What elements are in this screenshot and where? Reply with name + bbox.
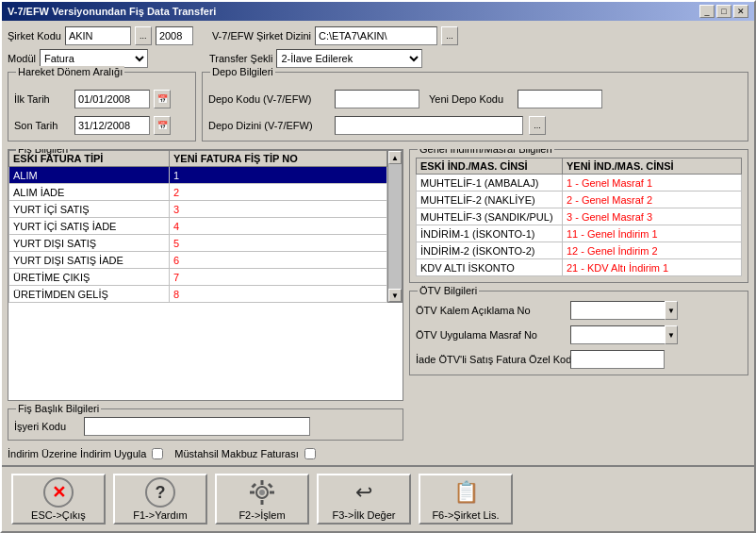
fis-table-row[interactable]: ALIM1 [9, 167, 387, 184]
sirket-kodu-field: Şirket Kodu ... [8, 26, 193, 45]
fis-table-row[interactable]: ÜRETİMDEN GELİŞ8 [9, 286, 387, 303]
svg-rect-2 [261, 480, 264, 485]
window-title: V-7/EFW Versiyonundan Fiş Data Transferi [8, 6, 216, 17]
depo-kodu-label: Depo Kodu (V-7/EFW) [208, 93, 331, 105]
genel-yeni-cell: 2 - Genel Masraf 2 [563, 192, 742, 208]
otv-kalem-row: ÖTV Kalem Açıklama No ▼ [416, 301, 742, 320]
depo-kodu-input[interactable] [335, 90, 419, 108]
otv-kalem-input[interactable] [570, 301, 665, 320]
depo-group-title: Depo Bilgileri [210, 66, 275, 77]
sirket-browse-button[interactable]: ... [135, 26, 152, 45]
yeni-depo-kodu-input[interactable] [518, 90, 602, 108]
otv-uygulama-input[interactable] [570, 325, 665, 344]
transfer-sekli-field: Transfer Şekli 2-İlave Edilerek [209, 49, 422, 68]
fis-no-cell: 2 [170, 184, 387, 201]
otv-iade-input[interactable] [570, 350, 665, 369]
sirket-kodu-input[interactable] [65, 26, 131, 45]
vscroll-track[interactable] [388, 164, 402, 289]
v7-browse-button[interactable]: ... [441, 26, 458, 45]
close-button[interactable]: ✕ [733, 5, 748, 18]
fis-bilgileri-group: Fiş Bilgileri ESKİ FATURA TİPİ YENİ FATU… [8, 149, 403, 401]
top-row: Şirket Kodu ... V-7/EFW Şirket Dizini ..… [8, 26, 748, 45]
fis-table-row[interactable]: YURT İÇİ SATIŞ İADE4 [9, 218, 387, 235]
depo-dizini-input[interactable] [335, 116, 523, 135]
otv-iade-label: İade ÖTV'li Satış Fatura Özel Kodu [416, 354, 567, 365]
fis-tip-cell: YURT DIŞI SATIŞ [9, 235, 170, 252]
genel-indirim-row[interactable]: İNDİRİM-2 (İSKONTO-2)12 - Genel İndirim … [417, 242, 742, 259]
makbuz-label: Müstahsil Makbuz Faturası [174, 448, 298, 459]
genel-indirim-title: Genel İndirim/Masraf Bilgileri [418, 149, 554, 155]
transfer-sekli-select[interactable]: 2-İlave Edilerek [276, 49, 422, 68]
window-content: Şirket Kodu ... V-7/EFW Şirket Dizini ..… [2, 21, 754, 465]
depo-group: Depo Bilgileri Depo Kodu (V-7/EFW) Yeni … [202, 72, 748, 142]
isyeri-kodu-label: İşyeri Kodu [14, 421, 80, 432]
f2-icon [247, 477, 277, 508]
genel-indirim-row[interactable]: İNDİRİM-1 (İSKONTO-1)11 - Genel İndirim … [417, 225, 742, 242]
esc-button[interactable]: ✕ ESC->Çıkış [11, 474, 106, 525]
genel-indirim-row[interactable]: MUHTELİF-2 (NAKLİYE)2 - Genel Masraf 2 [417, 192, 742, 208]
yeni-depo-kodu-label: Yeni Depo Kodu [429, 93, 514, 105]
fis-tip-cell: ALIM [9, 167, 170, 184]
ilk-tarih-cal-button[interactable]: 📅 [154, 90, 171, 108]
depo-kodu-row: Depo Kodu (V-7/EFW) Yeni Depo Kodu [208, 90, 742, 108]
genel-indirim-row[interactable]: MUHTELİF-1 (AMBALAJ)1 - Genel Masraf 1 [417, 175, 742, 192]
minimize-button[interactable]: _ [699, 5, 715, 18]
v7-sirket-input[interactable] [315, 26, 437, 45]
f6-button[interactable]: 📋 F6->Şirket Lis. [419, 474, 513, 525]
transfer-sekli-label: Transfer Şekli [209, 53, 272, 64]
f1-label: F1->Yardım [133, 509, 188, 521]
f3-button[interactable]: ↩ F3->İlk Değer [317, 474, 411, 525]
fis-vscroll[interactable]: ▲ ▼ [387, 150, 403, 303]
fis-no-cell: 8 [170, 286, 387, 303]
f1-button[interactable]: ? F1->Yardım [113, 474, 207, 525]
fis-no-cell: 6 [170, 252, 387, 269]
sirket-kodu-label: Şirket Kodu [8, 30, 61, 42]
maximize-button[interactable]: □ [716, 5, 731, 18]
otv-uygulama-dropdown-button[interactable]: ▼ [665, 325, 678, 344]
gear-icon [248, 478, 276, 507]
calendar2-icon: 📅 [157, 121, 168, 130]
list-icon: 📋 [453, 480, 479, 505]
f3-label: F3->İlk Değer [333, 509, 396, 521]
son-tarih-label: Son Tarih [14, 120, 71, 131]
son-tarih-input[interactable] [74, 116, 150, 135]
right-panel: Genel İndirim/Masraf Bilgileri ESKİ İND.… [409, 149, 748, 459]
otv-kalem-dropdown-button[interactable]: ▼ [665, 301, 678, 320]
makbuz-checkbox[interactable] [304, 448, 316, 459]
modul-select[interactable]: Fatura [40, 49, 148, 68]
ilk-tarih-label: İlk Tarih [14, 93, 71, 105]
fis-table-row[interactable]: ÜRETİME ÇIKIŞ7 [9, 269, 387, 286]
genel-indirim-group: Genel İndirim/Masraf Bilgileri ESKİ İND.… [409, 149, 748, 283]
svg-point-1 [259, 490, 265, 495]
fis-table-row[interactable]: YURT İÇİ SATIŞ3 [9, 201, 387, 218]
genel-indirim-row[interactable]: MUHTELİF-3 (SANDIK/PUL)3 - Genel Masraf … [417, 208, 742, 225]
ilk-tarih-input[interactable] [74, 90, 150, 108]
svg-rect-3 [261, 500, 264, 505]
isyeri-kodu-input[interactable] [84, 417, 310, 436]
fis-no-cell: 7 [170, 269, 387, 286]
vscroll-down-button[interactable]: ▼ [388, 289, 402, 302]
fis-tip-cell: YURT DIŞI SATIŞ İADE [9, 252, 170, 269]
otv-uygulama-label: ÖTV Uygulama Masraf No [416, 329, 567, 341]
otv-kalem-input-area: ▼ [570, 301, 678, 320]
fis-table-row[interactable]: YURT DIŞI SATIŞ5 [9, 235, 387, 252]
fis-table-row[interactable]: ALIM İADE2 [9, 184, 387, 201]
genel-indirim-row[interactable]: KDV ALTI İSKONTO21 - KDV Altı İndirim 1 [417, 259, 742, 276]
vscroll-up-button[interactable]: ▲ [388, 151, 402, 164]
ilk-tarih-row: İlk Tarih 📅 [14, 90, 189, 108]
depo-dizini-browse-button[interactable]: ... [529, 116, 546, 135]
indirim-checkbox[interactable] [152, 448, 163, 459]
main-window: V-7/EFW Versiyonundan Fiş Data Transferi… [0, 0, 756, 533]
son-tarih-cal-button[interactable]: 📅 [154, 116, 171, 135]
svg-rect-5 [270, 491, 274, 494]
fis-table-row[interactable]: YURT DIŞI SATIŞ İADE6 [9, 252, 387, 269]
fis-table-area: ESKİ FATURA TİPİ YENİ FATURA FİŞ TİP NO … [8, 150, 403, 303]
f2-button[interactable]: F2->İşlem [215, 474, 309, 525]
esc-icon: ✕ [43, 477, 74, 508]
year-input[interactable] [156, 26, 193, 45]
second-top-row: Modül Fatura Transfer Şekli 2-İlave Edil… [8, 49, 748, 68]
f6-icon: 📋 [451, 477, 481, 508]
hareket-title: Hareket Dönem Aralığı [16, 66, 124, 77]
first-value-icon: ↩ [355, 480, 372, 505]
bottom-bar: ✕ ESC->Çıkış ? F1->Yardım [2, 465, 754, 531]
